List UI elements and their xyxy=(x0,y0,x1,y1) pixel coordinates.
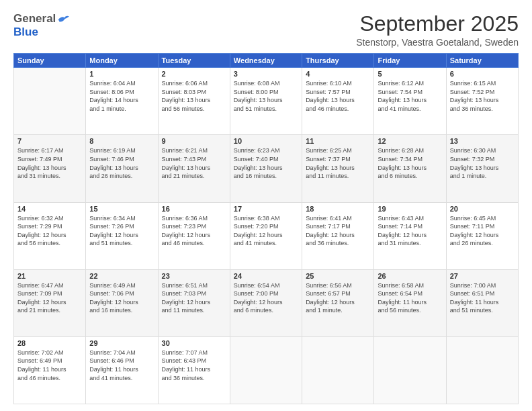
day-info: Sunrise: 7:04 AMSunset: 6:46 PMDaylight:… xyxy=(89,349,154,382)
table-row: 1Sunrise: 6:04 AMSunset: 8:06 PMDaylight… xyxy=(86,68,158,135)
table-row xyxy=(302,336,374,404)
table-row: 8Sunrise: 6:19 AMSunset: 7:46 PMDaylight… xyxy=(86,135,158,202)
table-row xyxy=(374,336,446,404)
logo: General Blue xyxy=(13,12,69,39)
location: Stenstorp, Vaestra Goetaland, Sweden xyxy=(356,37,519,48)
table-row: 19Sunrise: 6:43 AMSunset: 7:14 PMDayligh… xyxy=(374,202,446,269)
day-number: 23 xyxy=(162,272,226,280)
header: General Blue September 2025 Stenstorp, V… xyxy=(13,12,519,48)
table-row: 9Sunrise: 6:21 AMSunset: 7:43 PMDaylight… xyxy=(158,135,230,202)
day-number: 13 xyxy=(450,137,515,145)
day-info: Sunrise: 6:04 AMSunset: 8:06 PMDaylight:… xyxy=(89,79,154,113)
day-info: Sunrise: 6:58 AMSunset: 6:54 PMDaylight:… xyxy=(378,281,442,315)
table-row: 18Sunrise: 6:41 AMSunset: 7:17 PMDayligh… xyxy=(302,202,374,269)
table-row: 15Sunrise: 6:34 AMSunset: 7:26 PMDayligh… xyxy=(86,202,158,269)
table-row xyxy=(230,336,302,404)
col-tuesday: Tuesday xyxy=(158,54,230,68)
table-row: 22Sunrise: 6:49 AMSunset: 7:06 PMDayligh… xyxy=(86,269,158,336)
day-info: Sunrise: 6:19 AMSunset: 7:46 PMDaylight:… xyxy=(89,146,154,180)
day-info: Sunrise: 6:32 AMSunset: 7:29 PMDaylight:… xyxy=(17,214,82,248)
table-row: 27Sunrise: 7:00 AMSunset: 6:51 PMDayligh… xyxy=(446,269,518,336)
day-info: Sunrise: 7:02 AMSunset: 6:49 PMDaylight:… xyxy=(17,349,82,382)
day-info: Sunrise: 6:56 AMSunset: 6:57 PMDaylight:… xyxy=(306,281,370,315)
calendar-week-row: 28Sunrise: 7:02 AMSunset: 6:49 PMDayligh… xyxy=(14,336,519,404)
col-monday: Monday xyxy=(86,54,158,68)
day-number: 30 xyxy=(162,339,226,347)
logo-bird-icon xyxy=(57,14,69,24)
month-title: September 2025 xyxy=(356,12,519,36)
day-number: 29 xyxy=(89,339,154,347)
day-info: Sunrise: 6:25 AMSunset: 7:37 PMDaylight:… xyxy=(306,146,370,180)
day-number: 4 xyxy=(306,70,370,78)
col-saturday: Saturday xyxy=(446,54,518,68)
calendar-week-row: 14Sunrise: 6:32 AMSunset: 7:29 PMDayligh… xyxy=(14,202,519,269)
day-info: Sunrise: 6:45 AMSunset: 7:11 PMDaylight:… xyxy=(450,214,515,248)
day-number: 14 xyxy=(17,205,82,213)
day-number: 17 xyxy=(234,205,298,213)
table-row: 30Sunrise: 7:07 AMSunset: 6:43 PMDayligh… xyxy=(158,336,230,404)
day-info: Sunrise: 6:12 AMSunset: 7:54 PMDaylight:… xyxy=(378,79,442,113)
day-info: Sunrise: 6:23 AMSunset: 7:40 PMDaylight:… xyxy=(234,146,298,180)
table-row: 4Sunrise: 6:10 AMSunset: 7:57 PMDaylight… xyxy=(302,68,374,135)
table-row xyxy=(446,336,518,404)
day-info: Sunrise: 6:54 AMSunset: 7:00 PMDaylight:… xyxy=(234,281,298,315)
calendar-table: Sunday Monday Tuesday Wednesday Thursday… xyxy=(13,53,519,404)
col-wednesday: Wednesday xyxy=(230,54,302,68)
day-number: 22 xyxy=(89,272,154,280)
col-thursday: Thursday xyxy=(302,54,374,68)
day-number: 10 xyxy=(234,137,298,145)
day-number: 9 xyxy=(162,137,226,145)
table-row: 5Sunrise: 6:12 AMSunset: 7:54 PMDaylight… xyxy=(374,68,446,135)
day-number: 24 xyxy=(234,272,298,280)
day-info: Sunrise: 6:28 AMSunset: 7:34 PMDaylight:… xyxy=(378,146,442,180)
day-info: Sunrise: 6:51 AMSunset: 7:03 PMDaylight:… xyxy=(162,281,226,315)
day-info: Sunrise: 6:43 AMSunset: 7:14 PMDaylight:… xyxy=(378,214,442,248)
col-friday: Friday xyxy=(374,54,446,68)
table-row: 12Sunrise: 6:28 AMSunset: 7:34 PMDayligh… xyxy=(374,135,446,202)
table-row: 6Sunrise: 6:15 AMSunset: 7:52 PMDaylight… xyxy=(446,68,518,135)
table-row: 20Sunrise: 6:45 AMSunset: 7:11 PMDayligh… xyxy=(446,202,518,269)
day-number: 15 xyxy=(89,205,154,213)
day-number: 7 xyxy=(17,137,82,145)
day-number: 20 xyxy=(450,205,515,213)
table-row: 3Sunrise: 6:08 AMSunset: 8:00 PMDaylight… xyxy=(230,68,302,135)
day-info: Sunrise: 7:07 AMSunset: 6:43 PMDaylight:… xyxy=(162,349,226,382)
calendar-week-row: 7Sunrise: 6:17 AMSunset: 7:49 PMDaylight… xyxy=(14,135,519,202)
day-info: Sunrise: 6:17 AMSunset: 7:49 PMDaylight:… xyxy=(17,146,82,180)
day-info: Sunrise: 6:08 AMSunset: 8:00 PMDaylight:… xyxy=(234,79,298,113)
day-info: Sunrise: 6:47 AMSunset: 7:09 PMDaylight:… xyxy=(17,281,82,315)
table-row: 16Sunrise: 6:36 AMSunset: 7:23 PMDayligh… xyxy=(158,202,230,269)
table-row: 13Sunrise: 6:30 AMSunset: 7:32 PMDayligh… xyxy=(446,135,518,202)
logo-general-text: General xyxy=(13,12,56,26)
day-info: Sunrise: 6:30 AMSunset: 7:32 PMDaylight:… xyxy=(450,146,515,180)
col-sunday: Sunday xyxy=(14,54,86,68)
table-row: 23Sunrise: 6:51 AMSunset: 7:03 PMDayligh… xyxy=(158,269,230,336)
title-block: September 2025 Stenstorp, Vaestra Goetal… xyxy=(356,12,519,48)
table-row: 14Sunrise: 6:32 AMSunset: 7:29 PMDayligh… xyxy=(14,202,86,269)
day-number: 11 xyxy=(306,137,370,145)
table-row: 11Sunrise: 6:25 AMSunset: 7:37 PMDayligh… xyxy=(302,135,374,202)
calendar-week-row: 1Sunrise: 6:04 AMSunset: 8:06 PMDaylight… xyxy=(14,68,519,135)
day-number: 19 xyxy=(378,205,442,213)
day-info: Sunrise: 7:00 AMSunset: 6:51 PMDaylight:… xyxy=(450,281,515,315)
day-number: 16 xyxy=(162,205,226,213)
table-row: 26Sunrise: 6:58 AMSunset: 6:54 PMDayligh… xyxy=(374,269,446,336)
table-row: 7Sunrise: 6:17 AMSunset: 7:49 PMDaylight… xyxy=(14,135,86,202)
day-number: 1 xyxy=(89,70,154,78)
calendar-week-row: 21Sunrise: 6:47 AMSunset: 7:09 PMDayligh… xyxy=(14,269,519,336)
day-info: Sunrise: 6:49 AMSunset: 7:06 PMDaylight:… xyxy=(89,281,154,315)
day-info: Sunrise: 6:21 AMSunset: 7:43 PMDaylight:… xyxy=(162,146,226,180)
day-number: 3 xyxy=(234,70,298,78)
table-row: 17Sunrise: 6:38 AMSunset: 7:20 PMDayligh… xyxy=(230,202,302,269)
day-info: Sunrise: 6:15 AMSunset: 7:52 PMDaylight:… xyxy=(450,79,515,113)
calendar-header-row: Sunday Monday Tuesday Wednesday Thursday… xyxy=(14,54,519,68)
day-info: Sunrise: 6:34 AMSunset: 7:26 PMDaylight:… xyxy=(89,214,154,248)
day-number: 21 xyxy=(17,272,82,280)
day-number: 6 xyxy=(450,70,515,78)
day-info: Sunrise: 6:41 AMSunset: 7:17 PMDaylight:… xyxy=(306,214,370,248)
day-info: Sunrise: 6:06 AMSunset: 8:03 PMDaylight:… xyxy=(162,79,226,113)
page: General Blue September 2025 Stenstorp, V… xyxy=(0,0,532,411)
day-number: 8 xyxy=(89,137,154,145)
logo-blue-text: Blue xyxy=(13,26,38,39)
table-row: 2Sunrise: 6:06 AMSunset: 8:03 PMDaylight… xyxy=(158,68,230,135)
